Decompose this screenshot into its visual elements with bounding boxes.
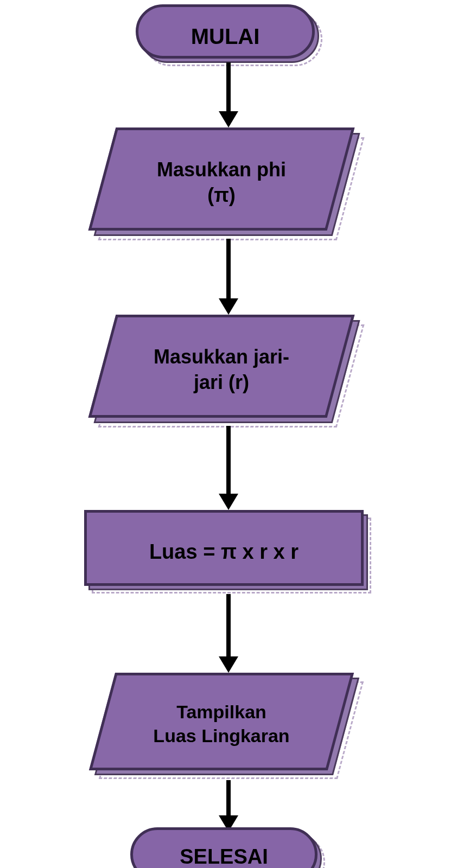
output-label: Tampilkan Luas Lingkaran bbox=[86, 700, 357, 748]
node-start: MULAI bbox=[136, 4, 320, 64]
arrow-3 bbox=[218, 426, 239, 510]
output-line1: Tampilkan bbox=[176, 701, 266, 722]
input-phi-line2: (π) bbox=[207, 184, 236, 206]
input-r-label: Masukkan jari- jari (r) bbox=[86, 344, 357, 395]
node-input-phi: Masukkan phi (π) bbox=[86, 127, 371, 241]
start-label: MULAI bbox=[138, 22, 312, 50]
arrow-5 bbox=[218, 780, 239, 832]
arrow-1 bbox=[218, 62, 239, 127]
node-process-area: Luas = π x r x r bbox=[84, 510, 377, 597]
output-line2: Luas Lingkaran bbox=[153, 725, 289, 746]
process-label: Luas = π x r x r bbox=[87, 539, 361, 565]
arrow-4 bbox=[218, 594, 239, 673]
arrow-2 bbox=[218, 239, 239, 315]
node-output-area: Tampilkan Luas Lingkaran bbox=[86, 673, 371, 781]
input-r-line2: jari (r) bbox=[194, 371, 249, 393]
input-r-line1: Masukkan jari- bbox=[154, 346, 289, 368]
end-label: SELESAI bbox=[133, 844, 315, 868]
node-end: SELESAI bbox=[130, 827, 326, 868]
flowchart-canvas: MULAI Masukkan phi (π) Masukkan jari- ja… bbox=[0, 0, 457, 868]
node-input-r: Masukkan jari- jari (r) bbox=[86, 315, 371, 429]
input-phi-label: Masukkan phi (π) bbox=[86, 157, 357, 208]
input-phi-line1: Masukkan phi bbox=[157, 158, 286, 181]
